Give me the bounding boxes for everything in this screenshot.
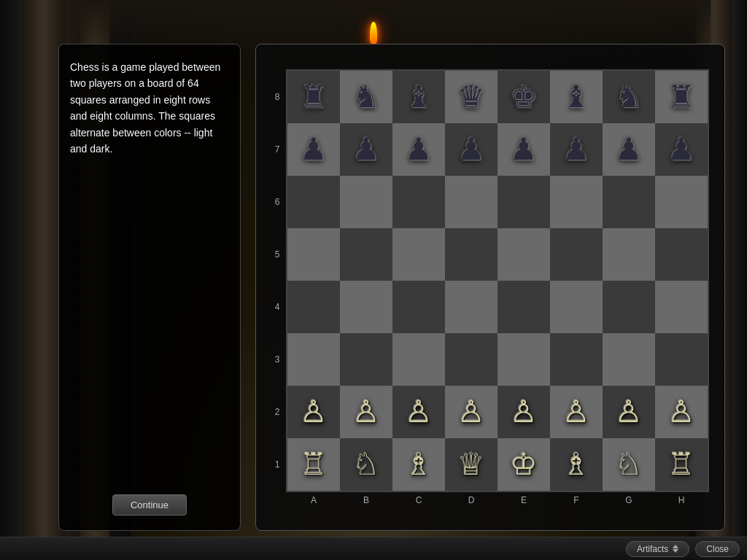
chess-square[interactable]: ♜ [287, 71, 340, 123]
continue-button[interactable]: Continue [112, 494, 187, 516]
chess-square[interactable]: ♟ [498, 123, 550, 176]
chess-square[interactable] [445, 333, 498, 386]
chess-square[interactable] [287, 228, 340, 281]
chess-piece: ♗ [405, 449, 433, 480]
chess-square[interactable] [445, 176, 498, 228]
chess-square[interactable] [498, 281, 550, 333]
chess-square[interactable]: ♟ [392, 123, 445, 176]
chess-square[interactable] [287, 281, 340, 333]
chess-square[interactable]: ♙ [392, 386, 445, 438]
arrow-up-icon [673, 545, 678, 548]
chess-board[interactable]: ♜♞♝♛♚♝♞♜♟♟♟♟♟♟♟♟♙♙♙♙♙♙♙♙♖♘♗♕♔♗♘♖ [286, 69, 709, 492]
chess-piece: ♟ [510, 134, 538, 165]
chess-piece: ♔ [510, 449, 538, 480]
chess-square[interactable]: ♖ [655, 438, 708, 491]
chess-square[interactable]: ♙ [340, 386, 392, 438]
chess-piece: ♖ [300, 449, 328, 480]
chess-square[interactable] [603, 228, 655, 281]
chess-square[interactable] [550, 176, 603, 228]
chess-square[interactable] [655, 176, 708, 228]
chess-square[interactable] [392, 333, 445, 386]
chess-square[interactable] [498, 228, 550, 281]
chess-square[interactable] [550, 281, 603, 333]
right-panel: 1 2 3 4 5 6 7 8 ♜♞♝♛♚♝♞♜♟♟♟♟♟♟♟♟♙♙♙♙♙♙♙♙… [255, 44, 725, 531]
chess-piece: ♙ [562, 397, 590, 427]
chess-square[interactable] [392, 228, 445, 281]
chess-square[interactable]: ♗ [550, 438, 603, 491]
chess-piece: ♙ [615, 397, 643, 427]
close-button[interactable]: Close [695, 541, 740, 557]
chess-square[interactable]: ♟ [655, 123, 708, 176]
chess-square[interactable]: ♟ [287, 123, 340, 176]
chess-square[interactable]: ♘ [340, 438, 392, 491]
chess-square[interactable]: ♙ [603, 386, 655, 438]
chess-square[interactable] [445, 281, 498, 333]
chess-square[interactable]: ♟ [445, 123, 498, 176]
chess-piece: ♟ [615, 134, 643, 165]
flame-decoration [370, 22, 377, 44]
chess-square[interactable] [550, 333, 603, 386]
chess-square[interactable]: ♙ [498, 386, 550, 438]
chess-square[interactable]: ♜ [655, 71, 708, 123]
chess-square[interactable]: ♙ [445, 386, 498, 438]
file-label-e: E [498, 495, 550, 505]
chess-square[interactable]: ♟ [340, 123, 392, 176]
chess-square[interactable] [287, 176, 340, 228]
chess-square[interactable]: ♙ [655, 386, 708, 438]
artifacts-button[interactable]: Artifacts [626, 541, 689, 557]
chess-piece: ♟ [405, 134, 433, 165]
chess-square[interactable] [287, 333, 340, 386]
chess-square[interactable]: ♞ [603, 71, 655, 123]
chess-square[interactable]: ♗ [392, 438, 445, 491]
file-labels: A B C D E F G H [287, 495, 708, 505]
file-label-g: G [603, 495, 655, 505]
rank-label-6: 6 [271, 176, 283, 228]
chess-piece: ♟ [457, 134, 485, 165]
chess-piece: ♟ [300, 134, 328, 165]
chess-square[interactable] [445, 228, 498, 281]
chess-piece: ♝ [405, 82, 433, 112]
chess-square[interactable] [392, 176, 445, 228]
chess-piece: ♙ [457, 397, 485, 427]
rank-label-3: 3 [271, 333, 283, 386]
chess-square[interactable] [655, 228, 708, 281]
chess-square[interactable]: ♛ [445, 71, 498, 123]
rank-label-5: 5 [271, 228, 283, 281]
description-text: Chess is a game played between two playe… [70, 59, 229, 157]
chess-square[interactable] [392, 281, 445, 333]
chess-square[interactable]: ♕ [445, 438, 498, 491]
chess-square[interactable]: ♙ [550, 386, 603, 438]
chess-square[interactable] [498, 333, 550, 386]
chess-square[interactable] [550, 228, 603, 281]
chess-square[interactable]: ♝ [392, 71, 445, 123]
chess-piece: ♜ [667, 82, 695, 112]
chess-square[interactable] [603, 333, 655, 386]
chess-square[interactable]: ♘ [603, 438, 655, 491]
chess-square[interactable] [655, 333, 708, 386]
chess-square[interactable]: ♖ [287, 438, 340, 491]
file-label-h: H [655, 495, 708, 505]
chess-square[interactable]: ♟ [603, 123, 655, 176]
chess-square[interactable] [498, 176, 550, 228]
chess-square[interactable] [340, 176, 392, 228]
chess-square[interactable]: ♝ [550, 71, 603, 123]
chess-square[interactable]: ♙ [287, 386, 340, 438]
chess-square[interactable]: ♔ [498, 438, 550, 491]
rank-label-4: 4 [271, 281, 283, 333]
rank-label-8: 8 [271, 71, 283, 123]
arrow-down-icon [673, 549, 678, 553]
chess-square[interactable] [655, 281, 708, 333]
bottom-bar: Artifacts Close [0, 537, 747, 560]
chess-square[interactable]: ♚ [498, 71, 550, 123]
chess-square[interactable] [340, 228, 392, 281]
rank-labels: 1 2 3 4 5 6 7 8 [271, 71, 283, 491]
chess-square[interactable] [340, 333, 392, 386]
chess-piece: ♟ [352, 134, 380, 165]
chess-square[interactable]: ♟ [550, 123, 603, 176]
chess-square[interactable] [603, 176, 655, 228]
chess-square[interactable] [340, 281, 392, 333]
chess-square[interactable]: ♞ [340, 71, 392, 123]
chess-square[interactable] [603, 281, 655, 333]
artifacts-label: Artifacts [637, 544, 668, 554]
chess-piece: ♙ [667, 397, 695, 427]
